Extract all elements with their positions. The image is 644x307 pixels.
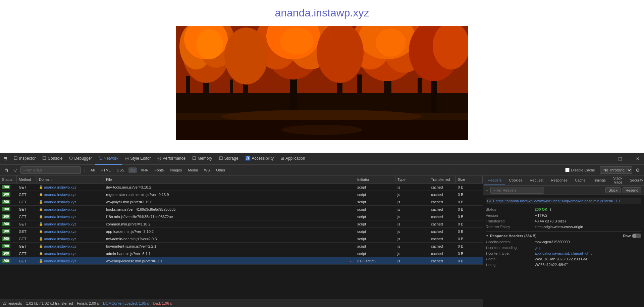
col-domain[interactable]: Domain bbox=[37, 175, 104, 183]
cell-file: admin-bar.min.js?ver=6.1.1 bbox=[104, 250, 355, 257]
filter-media[interactable]: Media bbox=[186, 167, 200, 173]
disable-cache-checkbox[interactable] bbox=[565, 168, 570, 172]
application-icon: ⊞ bbox=[280, 156, 284, 161]
cell-file: i18n.min.js?ver=9e794f35a71bb98672ae bbox=[104, 213, 355, 220]
filter-html[interactable]: HTML bbox=[99, 167, 113, 173]
transferred-label: Transferred bbox=[486, 219, 533, 223]
col-type[interactable]: Type bbox=[395, 175, 429, 183]
tab-timings[interactable]: Timings bbox=[590, 176, 609, 185]
filter-icon: ▽ bbox=[486, 188, 488, 192]
tab-style-editor-label: Style Editor bbox=[130, 156, 151, 161]
resend-button[interactable]: Resend bbox=[623, 187, 641, 193]
close-btn[interactable]: ✕ bbox=[634, 156, 641, 162]
filter-js[interactable]: JS bbox=[128, 167, 137, 173]
header-row: ℹdate: Wed, 18 Jan 2023 06:23:33 GMT bbox=[486, 257, 641, 261]
tab-application[interactable]: ⊞ Application bbox=[277, 153, 309, 165]
disable-cache-label[interactable]: Disable Cache bbox=[562, 167, 598, 173]
col-file[interactable]: File bbox=[104, 175, 355, 183]
cell-file: wp-polyfill.min.js?ver=3.15.0 bbox=[104, 198, 355, 205]
filter-css[interactable]: CSS bbox=[115, 167, 126, 173]
table-row[interactable]: 200 GET 🔒 ananda.instawp.xyz hoverintent… bbox=[0, 243, 483, 250]
raw-toggle-switch[interactable] bbox=[632, 234, 641, 238]
domain-text: ananda.instawp.xyz bbox=[44, 185, 76, 189]
fullscreen-btn[interactable]: ⬚ bbox=[616, 156, 624, 162]
header-row: ℹetag: W/"63a12b22-48b9" bbox=[486, 262, 641, 267]
block-button[interactable]: Block bbox=[605, 187, 621, 193]
table-row[interactable]: 200 GET 🔒 ananda.instawp.xyz dev-tools.m… bbox=[0, 184, 483, 191]
cell-status: 200 bbox=[0, 243, 17, 250]
table-row[interactable]: 200 GET 🔒 ananda.instawp.xyz hooks.min.j… bbox=[0, 206, 483, 213]
more-btn[interactable]: ··· bbox=[625, 156, 633, 162]
clear-btn[interactable]: 🗑 bbox=[3, 167, 10, 173]
devtools-dock-btn[interactable]: ⬒ bbox=[0, 153, 10, 165]
table-row[interactable]: 200 GET 🔒 ananda.instawp.xyz wp-emoji-re… bbox=[0, 257, 483, 265]
col-size[interactable]: Size bbox=[456, 175, 483, 183]
tab-debugger[interactable]: ⬡ Debugger bbox=[66, 153, 95, 165]
table-row[interactable]: 200 GET 🔒 ananda.instawp.xyz nxt-admin-b… bbox=[0, 235, 483, 243]
lock-icon: 🔒 bbox=[39, 185, 43, 189]
filter-urls-input[interactable] bbox=[20, 166, 81, 174]
table-body: 200 GET 🔒 ananda.instawp.xyz dev-tools.m… bbox=[0, 184, 483, 299]
status-label: Status bbox=[486, 207, 533, 212]
table-row[interactable]: 200 GET 🔒 ananda.instawp.xyz common.min.… bbox=[0, 220, 483, 228]
cell-file: hooks.min.js?ver=4169d3cf8e8d95a3d6d5 bbox=[104, 206, 355, 213]
tab-accessibility-label: Accessibility bbox=[252, 156, 274, 161]
tab-network[interactable]: ⇅ Network bbox=[95, 153, 122, 165]
cell-method: GET bbox=[17, 184, 37, 191]
tab-accessibility[interactable]: ♿ Accessibility bbox=[242, 153, 277, 165]
tab-storage[interactable]: ☐ Storage bbox=[216, 153, 242, 165]
tab-console[interactable]: ☐ Console bbox=[39, 153, 66, 165]
tab-memory[interactable]: ☐ Memory bbox=[189, 153, 215, 165]
header-value: application/javascript; charset=utf-8 bbox=[535, 251, 593, 255]
throttling-select[interactable]: No Throttling bbox=[600, 166, 632, 174]
col-initiator[interactable]: Initiator bbox=[355, 175, 395, 183]
cell-transferred: cached bbox=[429, 206, 456, 213]
transferred-info: 1.02 kB / 1.02 kB transferred bbox=[26, 301, 73, 305]
tab-cookies[interactable]: Cookies bbox=[506, 176, 526, 185]
table-row[interactable]: 200 GET 🔒 ananda.instawp.xyz admin-bar.m… bbox=[0, 250, 483, 257]
disable-cache-text: Disable Cache bbox=[571, 168, 595, 172]
status-badge: 200 bbox=[2, 185, 10, 189]
cell-initiator: script bbox=[355, 191, 395, 198]
table-row[interactable]: 200 GET 🔒 ananda.instawp.xyz regenerator… bbox=[0, 191, 483, 198]
tab-cache[interactable]: Cache bbox=[572, 176, 589, 185]
arrow-indicator: ← bbox=[349, 258, 354, 264]
table-row[interactable]: 200 GET 🔒 ananda.instawp.xyz wp-polyfill… bbox=[0, 198, 483, 206]
filter-headers-input[interactable] bbox=[490, 187, 544, 194]
filter-xhr[interactable]: XHR bbox=[139, 167, 151, 173]
tab-response[interactable]: Response bbox=[547, 176, 571, 185]
debugger-icon: ⬡ bbox=[69, 156, 73, 161]
tab-inspector[interactable]: ☐ Inspector bbox=[10, 153, 39, 165]
tab-security[interactable]: Security bbox=[626, 176, 644, 185]
tab-stack-trace[interactable]: Stack Trace bbox=[610, 176, 626, 185]
header-name: ℹcontent-encoding: bbox=[486, 246, 533, 250]
tab-request[interactable]: Request bbox=[526, 176, 547, 185]
tab-headers[interactable]: Headers bbox=[484, 176, 505, 185]
col-status[interactable]: Status bbox=[0, 175, 17, 183]
settings-icon[interactable]: ⚙ bbox=[634, 167, 641, 173]
filter-all[interactable]: All bbox=[89, 167, 97, 173]
version-value: HTTP/2 bbox=[535, 213, 547, 217]
referrer-value: strict-origin-when-cross-origin bbox=[535, 225, 583, 229]
filter-btn[interactable]: ▽ bbox=[12, 167, 18, 173]
filter-images[interactable]: Images bbox=[168, 167, 184, 173]
response-headers-title[interactable]: Response Headers (334 B) Raw bbox=[486, 234, 641, 238]
tab-style-editor[interactable]: ◎ Style Editor bbox=[122, 153, 154, 165]
filter-ws[interactable]: WS bbox=[202, 167, 212, 173]
lock-icon: 🔒 bbox=[39, 222, 43, 226]
table-row[interactable]: 200 GET 🔒 ananda.instawp.xyz app-loader.… bbox=[0, 228, 483, 235]
style-editor-icon: ◎ bbox=[125, 156, 129, 161]
lock-icon: 🔒 bbox=[39, 237, 43, 241]
cell-domain: 🔒 ananda.instawp.xyz bbox=[37, 235, 104, 242]
col-transferred[interactable]: Transferred bbox=[429, 175, 456, 183]
table-row[interactable]: 200 GET 🔒 ananda.instawp.xyz i18n.min.js… bbox=[0, 213, 483, 220]
cell-transferred: cached bbox=[429, 198, 456, 205]
filter-other[interactable]: Other bbox=[214, 167, 227, 173]
col-method[interactable]: Method bbox=[17, 175, 37, 183]
network-toolbar: 🗑 ▽ | All HTML CSS JS XHR Fonts Images M… bbox=[0, 165, 644, 175]
filter-fonts[interactable]: Fonts bbox=[153, 167, 166, 173]
cell-method: GET bbox=[17, 191, 37, 198]
header-row: ℹcache-control: max-age=315360000 bbox=[486, 240, 641, 244]
cell-size: 0 B bbox=[456, 243, 483, 250]
tab-performance[interactable]: ◎ Performance bbox=[154, 153, 189, 165]
